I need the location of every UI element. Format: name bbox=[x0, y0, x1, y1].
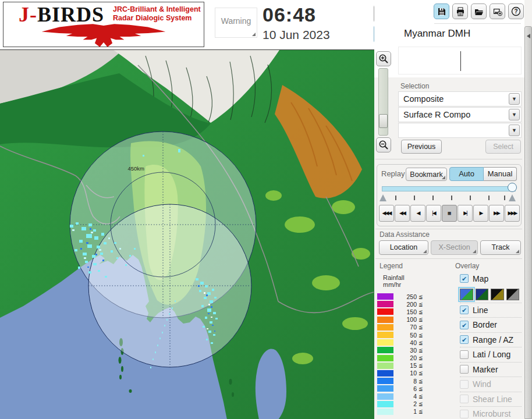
legend-color-swatch bbox=[377, 317, 393, 323]
x-section-button[interactable]: X-Section bbox=[431, 240, 478, 255]
track-button[interactable]: Track bbox=[480, 240, 521, 255]
print-button[interactable] bbox=[452, 3, 468, 19]
zoom-slider[interactable] bbox=[378, 68, 388, 136]
select-button[interactable]: Select bbox=[485, 140, 521, 154]
help-button[interactable]: ? bbox=[508, 3, 524, 19]
chevron-down-icon[interactable]: ▼ bbox=[509, 109, 520, 120]
slider-tick bbox=[414, 196, 415, 200]
checkbox-disabled-icon bbox=[460, 380, 469, 389]
checkbox-disabled-icon bbox=[460, 410, 469, 418]
legend-row: 150≦ bbox=[377, 308, 423, 315]
slider-tick bbox=[488, 196, 490, 200]
zoom-in-button[interactable] bbox=[376, 51, 391, 66]
forward-fast-button[interactable]: ▶▶▶ bbox=[505, 205, 520, 222]
station-name: Myanmar DMH bbox=[404, 28, 470, 40]
open-folder-button[interactable] bbox=[471, 3, 487, 19]
checkbox-checked-icon[interactable]: ✔ bbox=[460, 274, 469, 283]
overlay-item-lati-long[interactable]: Lati / Long bbox=[460, 347, 522, 362]
overlay-item-marker[interactable]: Marker bbox=[460, 362, 522, 377]
legend-unit: Rainfall mm/hr bbox=[383, 274, 405, 288]
checkbox-checked-icon[interactable]: ✔ bbox=[460, 306, 469, 314]
overlay-item-border[interactable]: ✔Border bbox=[460, 317, 522, 332]
replay-auto-button[interactable]: Auto bbox=[449, 167, 484, 181]
slider-tick bbox=[451, 196, 452, 200]
current-date: 10 Jun 2023 bbox=[263, 28, 330, 42]
legend-color-swatch bbox=[377, 324, 393, 331]
text-cursor bbox=[460, 51, 461, 71]
selection-dropdown-3[interactable]: ▼ bbox=[398, 123, 522, 138]
chevron-down-icon[interactable]: ▼ bbox=[509, 125, 520, 136]
checkbox-unchecked-icon[interactable] bbox=[460, 365, 469, 374]
legend-color-swatch bbox=[377, 401, 393, 407]
legend-row: 10≦ bbox=[377, 370, 423, 377]
overlay-heading: Overlay bbox=[455, 262, 479, 270]
zoom-slider-thumb[interactable] bbox=[379, 114, 388, 128]
legend-row: 1≦ bbox=[377, 408, 423, 416]
dropdown-corner-icon bbox=[252, 33, 256, 36]
legend-color-swatch bbox=[377, 308, 393, 315]
dropdown-corner-icon bbox=[423, 250, 427, 253]
bookmark-button[interactable]: Bookmark bbox=[406, 168, 447, 181]
panel-collapse-strip[interactable] bbox=[524, 26, 532, 419]
replay-heading: Replay bbox=[381, 169, 405, 178]
replay-slider[interactable] bbox=[382, 186, 516, 191]
forward-button[interactable]: ▶▶ bbox=[489, 205, 504, 222]
checkbox-unchecked-icon[interactable] bbox=[460, 350, 469, 359]
overlay-item-line[interactable]: ✔Line bbox=[460, 303, 522, 318]
legend-color-swatch bbox=[377, 409, 393, 415]
stop-button[interactable]: ■ bbox=[442, 205, 457, 222]
map-style-swatch-4[interactable] bbox=[506, 289, 520, 300]
top-bar: J-BIRDS JRC-Brilliant & Intelligent Rada… bbox=[0, 0, 374, 49]
checkbox-checked-icon[interactable]: ✔ bbox=[460, 321, 469, 329]
zoom-out-button[interactable] bbox=[376, 137, 391, 152]
print-icon bbox=[456, 7, 465, 16]
legend-color-swatch bbox=[377, 293, 393, 300]
divider bbox=[375, 159, 522, 159]
zoom-out-icon bbox=[378, 140, 389, 150]
slider-tick bbox=[470, 196, 471, 200]
rewind-fast-button[interactable]: ◀◀◀ bbox=[379, 205, 394, 222]
warning-button[interactable]: Warning bbox=[215, 8, 257, 38]
legend-row: 30≦ bbox=[377, 346, 423, 354]
play-button[interactable]: ▶ bbox=[473, 205, 488, 222]
legend-row: 200≦ bbox=[377, 300, 423, 308]
map-style-swatch-1[interactable] bbox=[460, 289, 473, 300]
slider-end-marker[interactable] bbox=[509, 194, 516, 201]
location-button[interactable]: Location bbox=[379, 240, 428, 255]
map-style-swatch-3[interactable] bbox=[491, 289, 504, 300]
replay-slider-thumb[interactable] bbox=[508, 183, 517, 192]
selection-dropdown-2[interactable]: Surface R Compo ▼ bbox=[398, 107, 522, 122]
previous-button[interactable]: Previous bbox=[401, 140, 442, 154]
jbirds-logo: J-BIRDS JRC-Brilliant & Intelligent Rada… bbox=[3, 2, 204, 47]
dropdown-corner-icon bbox=[442, 176, 445, 179]
help-icon: ? bbox=[511, 6, 521, 16]
overlay-item-map[interactable]: ✔Map bbox=[460, 271, 522, 286]
overlay-item-shear-line: Shear Line bbox=[460, 392, 522, 407]
dropdown-corner-icon bbox=[473, 250, 476, 253]
station-list-box[interactable] bbox=[398, 47, 522, 74]
overlay-item-range-az[interactable]: ✔Range / AZ bbox=[460, 332, 522, 347]
slider-start-marker[interactable] bbox=[380, 194, 386, 201]
svg-text:?: ? bbox=[514, 8, 517, 15]
rewind-button[interactable]: ◀◀ bbox=[395, 205, 410, 222]
play-backward-button[interactable]: ◀ bbox=[410, 205, 425, 222]
legend-row: 250≦ bbox=[377, 293, 423, 300]
collapse-panel-arrow-icon bbox=[527, 34, 530, 38]
step-backward-button[interactable]: |◀ bbox=[426, 205, 441, 222]
selection-dropdown-1[interactable]: Composite ▼ bbox=[398, 91, 522, 106]
step-forward-button[interactable]: ▶| bbox=[457, 205, 473, 222]
jbirds-app-window: J-BIRDS JRC-Brilliant & Intelligent Rada… bbox=[0, 0, 532, 419]
divider bbox=[375, 229, 522, 229]
replay-manual-button[interactable]: Manual bbox=[484, 167, 517, 181]
divider bbox=[375, 258, 522, 259]
toolbar-divider bbox=[434, 23, 521, 24]
map-style-swatch-2[interactable] bbox=[476, 289, 489, 300]
legend-color-swatch bbox=[377, 370, 393, 377]
chevron-down-icon[interactable]: ▼ bbox=[509, 93, 520, 105]
slider-tick bbox=[432, 196, 434, 200]
checkbox-checked-icon[interactable]: ✔ bbox=[460, 335, 469, 344]
add-image-button[interactable] bbox=[490, 3, 505, 19]
legend-color-swatch bbox=[377, 332, 393, 338]
save-button[interactable] bbox=[434, 3, 449, 19]
radar-map[interactable]: 450km bbox=[0, 49, 374, 419]
